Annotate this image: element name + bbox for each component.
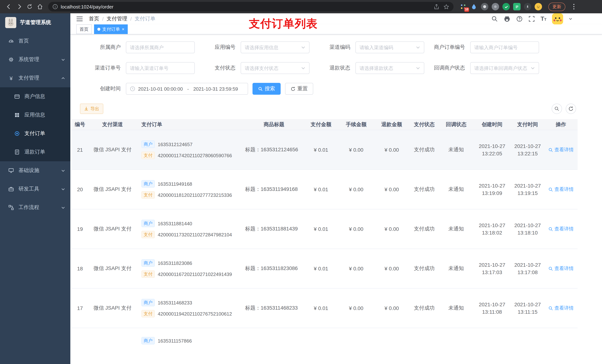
filter-field[interactable] bbox=[470, 42, 539, 53]
table-row[interactable]: 21 微信 JSAPI 支付 商户1635312124657 支付4200001… bbox=[71, 130, 578, 170]
help-icon[interactable] bbox=[516, 16, 523, 22]
tab-home[interactable]: 首页 bbox=[76, 24, 92, 34]
filter-field[interactable] bbox=[470, 62, 539, 74]
github-icon[interactable] bbox=[504, 15, 511, 22]
avatar[interactable] bbox=[552, 13, 563, 24]
breadcrumb-home[interactable]: 首页 bbox=[89, 16, 99, 22]
forward-icon[interactable] bbox=[14, 1, 24, 12]
extension-circle-icon[interactable] bbox=[492, 3, 499, 10]
hamburger-icon[interactable] bbox=[76, 16, 83, 22]
extension-drop-icon[interactable] bbox=[470, 3, 478, 10]
yen-icon: ¥ bbox=[8, 75, 14, 81]
cell-pay-time: 2021-10-27 13:11:15 bbox=[511, 289, 544, 328]
toggle-search-button[interactable] bbox=[552, 104, 562, 114]
back-icon[interactable] bbox=[4, 1, 14, 12]
filter-input[interactable] bbox=[245, 65, 300, 71]
sidebar-item-workflow[interactable]: 工作流程 bbox=[0, 198, 70, 217]
filter-field[interactable] bbox=[355, 42, 424, 53]
cell-fee-amount: ¥ 0.00 bbox=[338, 209, 374, 249]
view-detail-link[interactable]: 查看详情 bbox=[548, 226, 574, 232]
browser-profile-avatar[interactable] bbox=[535, 3, 542, 10]
tab-pay-order[interactable]: 支付订单 × bbox=[94, 24, 128, 34]
reset-button[interactable]: 重置 bbox=[285, 83, 313, 95]
sidebar-item-app-info[interactable]: 应用信息 bbox=[0, 106, 70, 124]
sidebar-item-home[interactable]: 首页 bbox=[0, 32, 70, 50]
extension-grid-icon[interactable]: 10 bbox=[460, 3, 467, 10]
refresh-button[interactable] bbox=[566, 104, 576, 114]
table-row[interactable]: 19 微信 JSAPI 支付 商户1635311881440 支付4200001… bbox=[71, 209, 578, 249]
bookmark-star-icon[interactable] bbox=[443, 4, 449, 10]
cell-title bbox=[244, 328, 304, 364]
view-detail-link[interactable]: 查看详情 bbox=[548, 186, 574, 193]
font-size-icon[interactable]: TT bbox=[540, 16, 547, 22]
date-end[interactable]: 2021-10-31 23:59:59 bbox=[193, 86, 238, 92]
table-row[interactable]: 18 微信 JSAPI 支付 商户1635311823086 支付4200001… bbox=[71, 249, 578, 289]
filter-input[interactable] bbox=[474, 45, 535, 50]
extension-globe-icon[interactable] bbox=[481, 3, 488, 10]
cell-refund-amount: ¥ 0.00 bbox=[374, 249, 409, 288]
cell-pay-amount: ¥ 0.01 bbox=[304, 130, 338, 169]
sidebar-item-label: 退款订单 bbox=[24, 149, 45, 155]
view-detail-link[interactable]: 查看详情 bbox=[548, 305, 574, 312]
close-tab-icon[interactable]: × bbox=[122, 27, 124, 31]
filter-input[interactable] bbox=[474, 65, 529, 71]
create-time-range-picker[interactable]: 2021-10-01 00:00:00 - 2021-10-31 23:59:5… bbox=[126, 83, 248, 95]
filter-input[interactable] bbox=[359, 65, 414, 71]
filter-label: 应用编号 bbox=[195, 44, 241, 51]
filter-field[interactable] bbox=[241, 42, 310, 53]
app-logo[interactable]: 芋道管理系统 bbox=[0, 13, 70, 32]
filter-field[interactable] bbox=[126, 62, 195, 74]
update-button[interactable]: 更新 bbox=[548, 2, 565, 11]
cell-pay-status: 支付成功 bbox=[409, 170, 439, 209]
view-detail-link[interactable]: 查看详情 bbox=[548, 146, 574, 153]
export-button[interactable]: 导出 bbox=[80, 104, 103, 114]
sidebar-item-infra[interactable]: 基础设施 bbox=[0, 161, 70, 180]
fullscreen-icon[interactable] bbox=[528, 16, 535, 22]
cell-notify-status bbox=[439, 328, 473, 364]
extension-pin-icon[interactable] bbox=[524, 3, 531, 10]
filter-input[interactable] bbox=[245, 45, 300, 50]
cell-title: 标题：1635311881439 bbox=[244, 209, 304, 249]
filter-input[interactable] bbox=[130, 65, 191, 71]
sidebar-item-refund-order[interactable]: 退款订单 bbox=[0, 143, 70, 161]
tags-view: 首页 支付订单 × bbox=[70, 24, 602, 34]
extension-chat-icon[interactable] bbox=[513, 3, 521, 10]
share-icon[interactable] bbox=[434, 4, 439, 10]
table-row[interactable]: 商户1635311157866 bbox=[71, 328, 578, 364]
sidebar-item-merchant-info[interactable]: 商户信息 bbox=[0, 87, 70, 106]
sidebar-item-system[interactable]: 系统管理 bbox=[0, 50, 70, 69]
filter-input[interactable] bbox=[130, 45, 191, 50]
filter-item: 回调商户状态 bbox=[424, 62, 539, 74]
circle-dot-icon bbox=[14, 131, 20, 136]
grid-icon bbox=[14, 112, 20, 118]
address-bar[interactable]: localhost:1024/pay/order bbox=[48, 2, 453, 11]
view-detail-link[interactable]: 查看详情 bbox=[548, 265, 574, 272]
filter-field[interactable] bbox=[126, 42, 195, 53]
extension-check-icon[interactable] bbox=[502, 3, 510, 10]
info-icon[interactable] bbox=[53, 4, 58, 9]
filter-input[interactable] bbox=[359, 45, 414, 50]
search-button[interactable]: 搜索 bbox=[252, 83, 281, 95]
pay-tag: 支付 bbox=[141, 270, 155, 278]
date-start[interactable]: 2021-10-01 00:00:00 bbox=[138, 86, 183, 92]
filter-field[interactable] bbox=[241, 62, 310, 74]
table-row[interactable]: 17 微信 JSAPI 支付 商户1635311468233 支付4200001… bbox=[71, 289, 578, 328]
channel-order-no: 4200001167202110271022491439 bbox=[158, 271, 232, 277]
column-header: 回调状态 bbox=[439, 121, 473, 128]
sidebar-item-dev-tools[interactable]: 研发工具 bbox=[0, 180, 70, 198]
search-icon[interactable] bbox=[491, 16, 498, 22]
sidebar-item-label: 系统管理 bbox=[19, 56, 39, 63]
caret-down-icon[interactable] bbox=[569, 17, 572, 21]
monitor-icon bbox=[8, 167, 14, 174]
reload-icon[interactable] bbox=[24, 1, 35, 12]
merchant-tag: 商户 bbox=[141, 259, 155, 267]
sidebar-item-payment[interactable]: ¥ 支付管理 bbox=[0, 69, 70, 87]
filter-label: 商户订单编号 bbox=[424, 44, 470, 51]
filter-field[interactable] bbox=[355, 62, 424, 74]
home-icon[interactable] bbox=[35, 1, 45, 12]
table-row[interactable]: 20 微信 JSAPI 支付 商户1635311949168 支付4200001… bbox=[71, 170, 578, 209]
sidebar-item-pay-order[interactable]: 支付订单 bbox=[0, 124, 70, 143]
breadcrumb-pay-manage[interactable]: 支付管理 bbox=[107, 16, 127, 22]
menu-dots-icon[interactable] bbox=[569, 1, 579, 12]
url-text[interactable]: localhost:1024/pay/order bbox=[61, 4, 434, 10]
